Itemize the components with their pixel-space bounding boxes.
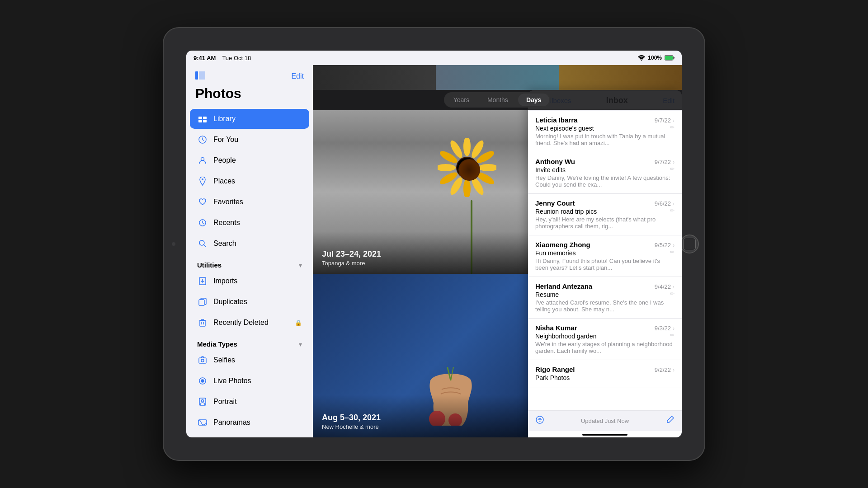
sidebar-item-foryou[interactable]: For You xyxy=(190,130,309,150)
mail-chevron-0: › xyxy=(673,117,675,124)
svg-point-13 xyxy=(199,240,204,245)
tab-years[interactable]: Years xyxy=(445,94,477,106)
main-area: Edit Photos Library xyxy=(186,65,682,437)
mail-updated-status: Updated Just Now xyxy=(581,418,629,424)
mail-date-1: 9/7/22 xyxy=(655,159,671,165)
media-types-section-header: Media Types ▾ xyxy=(186,333,313,350)
imports-label: Imports xyxy=(213,277,237,285)
mail-subject-6: Park Photos xyxy=(535,374,675,381)
sidebar-item-selfies[interactable]: Selfies xyxy=(190,350,309,370)
mail-sender-2: Jenny Court xyxy=(535,199,575,207)
lock-icon: 🔒 xyxy=(295,319,302,326)
photos-sidebar: Edit Photos Library xyxy=(186,65,313,437)
tab-months[interactable]: Months xyxy=(479,94,516,106)
mail-item-4[interactable]: Herland Antezana 9/4/22 › Resume I've at… xyxy=(528,277,682,319)
svg-rect-2 xyxy=(665,56,673,60)
mail-chevron-4: › xyxy=(673,284,675,290)
sidebar-header: Edit xyxy=(186,65,313,84)
sidebar-item-duplicates[interactable]: Duplicates xyxy=(190,292,309,312)
sidebar-item-panoramas[interactable]: Panoramas xyxy=(190,413,309,432)
sidebar-item-places[interactable]: Places xyxy=(190,171,309,191)
mail-pencil-3: ✏ xyxy=(670,249,675,255)
sidebar-item-favorites[interactable]: Favorites xyxy=(190,192,309,212)
favorites-icon xyxy=(197,197,208,207)
sidebar-item-library[interactable]: Library xyxy=(190,109,309,129)
svg-rect-6 xyxy=(203,117,207,119)
media-types-title: Media Types xyxy=(197,340,237,348)
sidebar-item-recently-deleted[interactable]: Recently Deleted 🔒 xyxy=(190,313,309,333)
svg-point-22 xyxy=(201,380,204,382)
mail-item-header-1: Anthony Wu 9/7/22 › xyxy=(535,158,675,165)
timeline-thumb-3 xyxy=(559,65,682,90)
photos-app-title: Photos xyxy=(186,84,313,108)
svg-point-35 xyxy=(438,164,456,171)
svg-point-29 xyxy=(478,164,496,171)
mail-panel: Mailboxes Inbox Edit Leticia Ibarra 9/7/… xyxy=(528,90,682,437)
mail-item-0[interactable]: Leticia Ibarra 9/7/22 › Next episode's g… xyxy=(528,111,682,152)
media-types-chevron: ▾ xyxy=(299,341,302,348)
mail-sender-6: Rigo Rangel xyxy=(535,366,575,373)
tab-days[interactable]: Days xyxy=(518,94,549,106)
mail-item-header-0: Leticia Ibarra 9/7/22 › xyxy=(535,116,675,124)
front-camera xyxy=(172,242,175,246)
mail-pencil-1: ✏ xyxy=(670,166,675,172)
mail-date-5: 9/3/22 xyxy=(655,325,671,332)
mail-chevron-2: › xyxy=(673,201,675,207)
photos-edit-button[interactable]: Edit xyxy=(291,72,304,80)
foryou-icon xyxy=(197,134,208,145)
recently-deleted-icon xyxy=(197,317,208,328)
mail-item-2[interactable]: Jenny Court 9/6/22 › Reunion road trip p… xyxy=(528,194,682,235)
svg-rect-4 xyxy=(199,71,205,80)
mail-preview-2: Hey, y'all! Here are my selects (that's … xyxy=(535,216,675,230)
mail-chevron-3: › xyxy=(673,242,675,249)
mail-subject-1: Invite edits xyxy=(535,166,675,174)
svg-point-26 xyxy=(463,138,471,156)
sidebar-item-portrait[interactable]: Portrait xyxy=(190,392,309,412)
mail-item-1[interactable]: Anthony Wu 9/7/22 › Invite edits Hey Dan… xyxy=(528,152,682,194)
library-icon xyxy=(197,113,208,124)
status-date: Tue Oct 18 xyxy=(222,55,251,61)
mail-date-2: 9/6/22 xyxy=(655,200,671,207)
places-label: Places xyxy=(213,177,235,185)
foryou-label: For You xyxy=(213,136,238,144)
mail-preview-5: We're in the early stages of planning a … xyxy=(535,341,675,354)
mail-subject-4: Resume xyxy=(535,291,675,298)
sidebar-toggle-icon[interactable] xyxy=(195,70,205,82)
mail-chevron-5: › xyxy=(673,325,675,332)
mail-item-6[interactable]: Rigo Rangel 9/2/22 › Park Photos xyxy=(528,360,682,388)
ipad-screen: 9:41 AM Tue Oct 18 100% xyxy=(186,51,682,437)
utilities-chevron: ▾ xyxy=(299,262,302,269)
svg-point-20 xyxy=(201,359,204,362)
home-button[interactable] xyxy=(680,235,699,253)
sidebar-item-search[interactable]: Search xyxy=(190,234,309,253)
imports-icon xyxy=(197,276,208,286)
mail-preview-1: Hey Danny, We're loving the invite! A fe… xyxy=(535,174,675,188)
mail-item-header-5: Nisha Kumar 9/3/22 › xyxy=(535,324,675,332)
svg-point-0 xyxy=(641,60,642,61)
mail-filter-icon[interactable] xyxy=(535,415,544,427)
svg-rect-19 xyxy=(199,358,206,363)
mail-pencil-4: ✏ xyxy=(670,291,675,297)
portrait-label: Portrait xyxy=(213,398,237,406)
mail-sender-4: Herland Antezana xyxy=(535,282,592,290)
svg-rect-5 xyxy=(198,117,202,119)
sidebar-item-people[interactable]: People xyxy=(190,150,309,170)
timeline-thumb-1 xyxy=(313,65,436,90)
svg-rect-8 xyxy=(203,120,207,122)
mail-compose-icon[interactable] xyxy=(665,415,675,427)
sidebar-item-live-photos[interactable]: Live Photos xyxy=(190,371,309,391)
mail-subject-0: Next episode's guest xyxy=(535,125,675,132)
mail-item-5[interactable]: Nisha Kumar 9/3/22 › Neighborhood garden… xyxy=(528,319,682,360)
mail-pencil-2: ✏ xyxy=(670,207,675,214)
favorites-label: Favorites xyxy=(213,198,243,206)
people-icon xyxy=(197,155,208,166)
mail-date-6: 9/2/22 xyxy=(655,366,671,373)
svg-rect-7 xyxy=(198,120,202,122)
mail-item-3[interactable]: Xiaomeng Zhong 9/5/22 › Fun memories Hi … xyxy=(528,235,682,277)
svg-rect-16 xyxy=(200,320,205,326)
sidebar-item-imports[interactable]: Imports xyxy=(190,271,309,291)
battery-icon xyxy=(665,55,675,61)
portrait-icon xyxy=(197,396,208,407)
sidebar-item-recents[interactable]: Recents xyxy=(190,213,309,233)
mail-chevron-1: › xyxy=(673,159,675,165)
